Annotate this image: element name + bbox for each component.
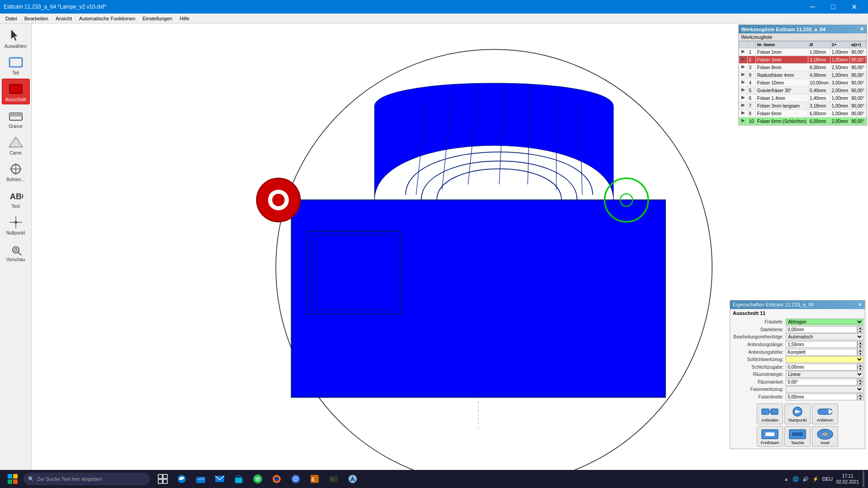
taskbar-estlcam[interactable]: E: [306, 471, 324, 487]
spin-down-raeumwinkel[interactable]: ▼: [857, 382, 863, 385]
tool-row-icon: [739, 79, 747, 87]
taskbar-show-desktop[interactable]: [863, 471, 864, 487]
input-schlichtzugabe[interactable]: [786, 364, 857, 371]
spin-up-fasenbreite[interactable]: ▲: [857, 393, 863, 397]
menu-ansicht[interactable]: Ansicht: [52, 15, 75, 22]
tool-vorschau[interactable]: Vorschau: [2, 239, 30, 264]
tool-row-icon: [739, 87, 747, 94]
svg-marker-42: [741, 96, 745, 99]
select-schlichtwerkzeug[interactable]: [786, 356, 863, 363]
input-anbindungslaenge[interactable]: [786, 341, 857, 348]
taskbar-chrome[interactable]: [287, 471, 305, 487]
tool-gravur[interactable]: Gravur: [2, 105, 30, 131]
tool-table-row[interactable]: 6Fräser 1.4mm1,40mm1,00mm90,00°400mm/min…: [739, 94, 867, 102]
taskbar-mail[interactable]: [211, 471, 229, 487]
menu-datei[interactable]: Datei: [2, 15, 21, 22]
tool-table-row[interactable]: 3Fräser 8mm8,00mm2,50mm90,00°1800mm/min9…: [739, 64, 867, 71]
spin-down-anbindungshoehe[interactable]: ▼: [857, 352, 863, 356]
start-button[interactable]: [4, 471, 22, 487]
taskbar-sound-icon[interactable]: 🔊: [802, 476, 809, 482]
maximize-button[interactable]: □: [823, 0, 844, 14]
tool-row-cell: 200mm/min: [866, 102, 866, 110]
tool-list-tab[interactable]: Werkzeugliste: [739, 33, 867, 41]
btn-freifransen[interactable]: Freifräsen: [757, 426, 783, 447]
select-bearbeitung[interactable]: Automatisch: [786, 333, 863, 340]
spin-up-startebene[interactable]: ▲: [857, 326, 863, 329]
tool-list-panel: Werkzeugliste Estlcam 11,233_a_64 ✕ Werk…: [738, 24, 867, 126]
tool-table-row[interactable]: 10Fräser 6mm (Schlichten)6,00mm2,00mm90,…: [739, 117, 867, 125]
tool-table-row[interactable]: 2Fräser 3mm3,18mm1,00mm90,00°400mm/min20…: [739, 56, 867, 64]
input-startebene[interactable]: [786, 326, 857, 333]
spin-down-anbindungslaenge[interactable]: ▼: [857, 344, 863, 348]
tool-gravur-label: Gravur: [9, 124, 23, 129]
taskbar-task-view[interactable]: [154, 471, 172, 487]
tool-row-cell: 1800mm/min: [866, 64, 866, 71]
taskbar-terminal[interactable]: >_: [325, 471, 343, 487]
spinner-anbindungshoehe: ▲ ▼: [786, 348, 863, 356]
tool-row-icon: [739, 110, 747, 117]
tool-table-row[interactable]: 1Fräser 1mm1,00mm1,00mm90,00°400mm/min60…: [739, 48, 867, 56]
spin-down-fasenbreite[interactable]: ▼: [857, 397, 863, 400]
btn-tasche[interactable]: Tasche: [784, 426, 811, 447]
input-raeumwinkel[interactable]: [786, 379, 857, 385]
taskbar-firefox[interactable]: [268, 471, 286, 487]
taskbar-chevron-up[interactable]: ▲: [784, 476, 789, 482]
task-view-icon: [158, 474, 168, 484]
spin-down-schlichtzugabe[interactable]: ▼: [857, 367, 863, 371]
select-fasenwerkzeug[interactable]: [786, 386, 863, 393]
tool-bohren[interactable]: Bohren...: [2, 159, 30, 184]
tool-table-row[interactable]: 4Fräser 10mm10,00mm3,00mm90,00°1800mm/mi…: [739, 79, 867, 87]
spin-up-anbindungslaenge[interactable]: ▲: [857, 341, 863, 344]
close-props-icon[interactable]: ✕: [858, 302, 862, 308]
close-tool-list-icon[interactable]: ✕: [860, 26, 864, 32]
tool-row-cell: Fräser 3mm langsam: [755, 102, 808, 110]
menu-auto-funktionen[interactable]: Automatische Funktionen: [75, 15, 139, 22]
tool-row-cell: 1,00mm: [830, 48, 849, 56]
close-button[interactable]: ✕: [844, 0, 864, 14]
svg-marker-6: [9, 137, 22, 147]
tool-table-row[interactable]: 9Radiusfräser 4mm4,00mm1,00mm90,00°600mm…: [739, 71, 867, 79]
tool-table-row[interactable]: 7Fräser 3mm langsam3,18mm1,00mm90,00°200…: [739, 102, 867, 110]
taskbar-explorer[interactable]: [192, 471, 210, 487]
window-title: Estlcam 11,233_a_64 *Lampe_v2 v10.dxf*: [4, 4, 106, 10]
taskbar-nav[interactable]: [344, 471, 362, 487]
tool-row-cell: 2,00mm: [830, 87, 849, 94]
taskbar-search[interactable]: 🔍 Zur Suche Text hier eingeben: [24, 473, 150, 485]
tool-nullpunkt[interactable]: Nullpunkt: [2, 212, 30, 238]
select-raeumstrategie[interactable]: Linear: [786, 371, 863, 378]
input-fasenbreite[interactable]: [786, 394, 857, 400]
tool-carve[interactable]: Carve: [2, 132, 30, 158]
btn-anbinden[interactable]: Anbinden: [757, 404, 783, 424]
menu-hilfe[interactable]: Hilfe: [176, 15, 193, 22]
tool-table-row[interactable]: 8Fräser 6mm6,00mm1,00mm90,00°400mm/min60…: [739, 110, 867, 117]
tool-auswaehlen[interactable]: Auswählen: [2, 25, 30, 51]
tool-ausschnitt[interactable]: Ausschnitt: [2, 79, 30, 104]
tool-text[interactable]: ABC Text: [2, 185, 30, 211]
spinner-startebene: ▲ ▼: [786, 326, 863, 333]
input-anbindungshoehe[interactable]: [786, 349, 857, 356]
spin-up-schlichtzugabe[interactable]: ▲: [857, 363, 863, 367]
taskbar-clock[interactable]: 17:11 02.02.2021: [836, 473, 859, 485]
tool-row-cell: 1,40mm: [808, 94, 830, 102]
minimize-button[interactable]: ─: [802, 0, 823, 14]
tool-teil[interactable]: Teil: [2, 52, 30, 78]
taskbar-edge[interactable]: [173, 471, 191, 487]
select-fraestiefe[interactable]: Abfragen: [786, 319, 863, 325]
btn-anfahren[interactable]: Anfahren: [812, 404, 838, 424]
spin-up-anbindungshoehe[interactable]: ▲: [857, 348, 863, 352]
estlcam-icon: E: [310, 474, 320, 484]
spin-up-raeumwinkel[interactable]: ▲: [857, 378, 863, 382]
svg-point-13: [14, 221, 17, 224]
btn-insel[interactable]: Insel: [812, 426, 838, 447]
spin-down-startebene[interactable]: ▼: [857, 329, 863, 333]
tool-row-icon: [739, 94, 747, 102]
svg-rect-54: [765, 432, 774, 436]
taskbar-spotify[interactable]: [249, 471, 267, 487]
svg-marker-40: [741, 80, 745, 84]
menu-einstellungen[interactable]: Einstellungen: [139, 15, 176, 22]
btn-startpunkt[interactable]: Startpunkt: [784, 404, 811, 424]
taskbar-app5[interactable]: [230, 471, 248, 487]
tool-table-row[interactable]: 5Gravierfräser 30°0,40mm2,00mm90,00°600m…: [739, 87, 867, 94]
tool-auswaehlen-label: Auswählen: [5, 44, 27, 49]
menu-bearbeiten[interactable]: Bearbeiten: [21, 15, 52, 22]
